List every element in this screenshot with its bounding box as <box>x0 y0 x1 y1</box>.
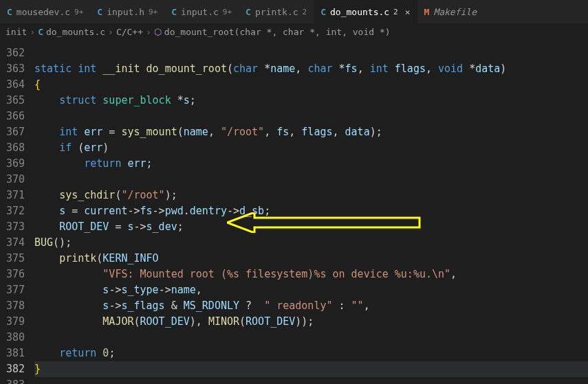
code-line: struct super_block *s; <box>34 93 588 109</box>
line-number: 383 <box>0 377 25 384</box>
editor[interactable]: 362 363 364 365 366 367 368 369 370 371 … <box>0 40 588 384</box>
line-number: 379 <box>0 314 25 330</box>
tab-badge: 9+ <box>74 8 83 16</box>
line-number: 382 <box>0 361 25 377</box>
tab-label: printk.c <box>255 7 298 17</box>
code-line: return 0; <box>34 346 588 361</box>
code-line: s->s_flags & MS_RDONLY ? " readonly" : "… <box>34 298 588 314</box>
code-line <box>34 330 588 346</box>
code-line <box>34 45 588 61</box>
line-number: 381 <box>0 346 25 361</box>
line-number: 373 <box>0 219 25 235</box>
code-area[interactable]: static int __init do_mount_root(char *na… <box>34 45 588 384</box>
line-number: 375 <box>0 251 25 267</box>
crumb-file[interactable]: do_mounts.c <box>46 27 105 37</box>
makefile-icon: M <box>424 7 430 17</box>
code-line: sys_chdir("/root"); <box>34 188 588 203</box>
line-number: 374 <box>0 235 25 251</box>
tab-badge: 9+ <box>149 8 157 16</box>
code-line: { <box>34 77 588 93</box>
chevron-right-icon: › <box>108 27 113 37</box>
line-number: 372 <box>0 203 25 219</box>
chevron-right-icon: › <box>30 27 35 37</box>
line-number: 378 <box>0 298 25 314</box>
code-line: } <box>34 361 588 377</box>
line-number: 365 <box>0 93 25 109</box>
tab-label: Makefile <box>433 7 477 17</box>
code-line: int err = sys_mount(name, "/root", fs, f… <box>34 124 588 140</box>
code-line <box>34 109 588 124</box>
code-line: "VFS: Mounted root (%s filesystem)%s on … <box>34 267 588 282</box>
c-file-icon: C <box>171 7 177 17</box>
c-file-icon: C <box>7 7 12 17</box>
tab-badge: 2 <box>393 8 398 16</box>
tab-label: input.c <box>181 7 219 17</box>
line-number: 364 <box>0 77 25 93</box>
tab-input-c[interactable]: C input.c 9+ <box>164 0 239 23</box>
code-line: return err; <box>34 156 588 172</box>
breadcrumb: init › C do_mounts.c › C/C++ › ⬡ do_moun… <box>0 24 588 40</box>
tab-input-h[interactable]: C input.h 9+ <box>90 0 164 23</box>
code-line <box>34 377 588 384</box>
code-line: BUG(); <box>34 235 588 251</box>
code-line: s = current->fs->pwd.dentry->d_sb; <box>34 203 588 219</box>
chevron-right-icon: › <box>146 27 151 37</box>
code-line <box>34 172 588 188</box>
tab-badge: 2 <box>303 8 307 16</box>
line-number: 367 <box>0 124 25 140</box>
crumb-folder[interactable]: init <box>6 27 27 37</box>
c-file-icon: C <box>320 7 326 17</box>
tab-printk[interactable]: C printk.c 2 <box>239 0 314 23</box>
line-number: 362 <box>0 45 25 61</box>
line-number: 363 <box>0 61 25 77</box>
tab-makefile[interactable]: M Makefile <box>417 0 483 23</box>
line-number: 369 <box>0 156 25 172</box>
crumb-symbol[interactable]: do_mount_root(char *, char *, int, void … <box>164 27 391 37</box>
method-icon: ⬡ <box>154 27 162 37</box>
tab-badge: 9+ <box>223 8 232 16</box>
code-line: if (err) <box>34 140 588 156</box>
tab-mousedev[interactable]: C mousedev.c 9+ <box>0 0 90 23</box>
code-line: ROOT_DEV = s->s_dev; <box>34 219 588 235</box>
close-icon[interactable]: × <box>405 7 411 17</box>
tab-do-mounts[interactable]: C do_mounts.c 2 × <box>314 0 417 23</box>
line-number: 366 <box>0 109 25 124</box>
line-number: 370 <box>0 172 25 188</box>
line-number: 380 <box>0 330 25 346</box>
code-line: static int __init do_mount_root(char *na… <box>34 61 588 77</box>
code-line: s->s_type->name, <box>34 282 588 298</box>
crumb-lang[interactable]: C/C++ <box>116 27 143 37</box>
tab-label: do_mounts.c <box>330 7 389 17</box>
line-number-gutter: 362 363 364 365 366 367 368 369 370 371 … <box>0 45 34 384</box>
c-file-icon: C <box>38 27 43 37</box>
line-number: 371 <box>0 188 25 203</box>
line-number: 377 <box>0 282 25 298</box>
line-number: 368 <box>0 140 25 156</box>
tab-label: mousedev.c <box>17 7 70 17</box>
tab-bar: C mousedev.c 9+ C input.h 9+ C input.c 9… <box>0 0 588 24</box>
tab-label: input.h <box>107 7 144 17</box>
c-file-icon: C <box>246 7 251 17</box>
code-line: MAJOR(ROOT_DEV), MINOR(ROOT_DEV)); <box>34 314 588 330</box>
code-line: printk(KERN_INFO <box>34 251 588 267</box>
line-number: 376 <box>0 267 25 282</box>
c-file-icon: C <box>97 7 102 17</box>
